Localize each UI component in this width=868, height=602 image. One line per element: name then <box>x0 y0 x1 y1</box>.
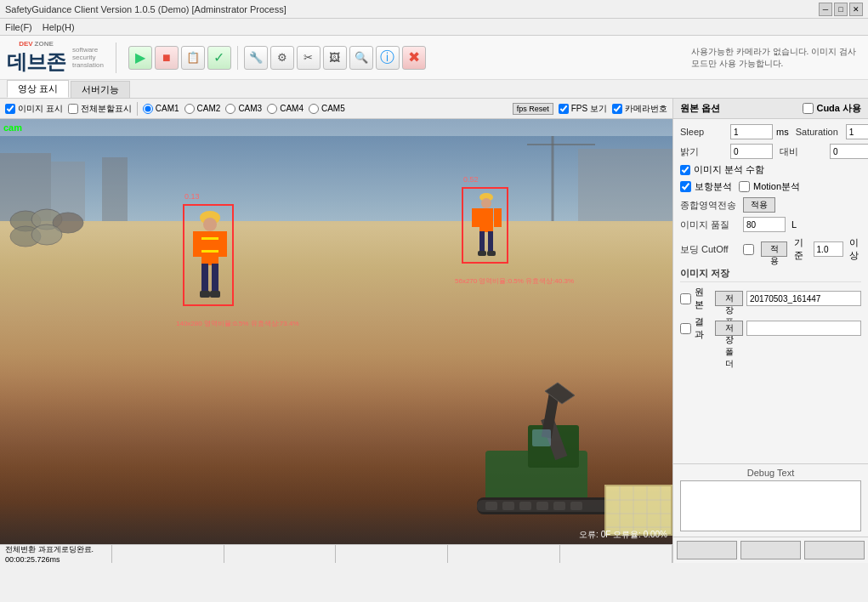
svg-rect-4 <box>578 149 672 221</box>
cbs-item-1: 전체변환 과표게로딩완료. 00:00:25.726ms <box>0 545 112 563</box>
rb-button-3[interactable] <box>804 541 865 559</box>
svg-rect-48 <box>479 208 493 232</box>
fps-view-checkbox[interactable] <box>559 104 569 114</box>
above-label: 이상 <box>849 236 861 262</box>
camera-image-area: 0.13 <box>0 119 672 544</box>
apply-button[interactable]: ✓ <box>207 46 231 70</box>
play-button[interactable]: ▶ <box>128 46 152 70</box>
svg-rect-25 <box>532 429 551 446</box>
image-btn[interactable]: 🖼 <box>323 46 347 70</box>
close-button[interactable]: ✕ <box>849 3 863 16</box>
result-folder-input[interactable] <box>746 321 861 336</box>
img-display-checkbox[interactable] <box>5 104 15 114</box>
all-display-check[interactable]: 전체분할표시 <box>68 103 132 115</box>
rb-button-1[interactable] <box>677 541 737 559</box>
original-folder-row: 원본 저장폴더 <box>680 286 861 311</box>
cam5-radio[interactable]: CAM5 <box>309 104 345 114</box>
info-btn[interactable]: ⓘ <box>376 46 400 70</box>
cam3-radio-input[interactable] <box>225 104 235 114</box>
settings-btn2[interactable]: ⚙ <box>270 46 294 70</box>
cam1-radio[interactable]: CAM1 <box>143 104 179 114</box>
brightness-contrast-row: 밝기 대비 <box>680 144 861 159</box>
cut-btn[interactable]: ✂ <box>297 46 321 70</box>
combined-row: 종합영역전송 적용 <box>680 197 861 213</box>
menu-file[interactable]: File(F) <box>5 22 32 32</box>
close-btn[interactable]: ✖ <box>402 46 426 70</box>
combined-apply-button[interactable]: 적용 <box>743 197 775 213</box>
cam5-radio-input[interactable] <box>309 104 319 114</box>
cuda-checkbox[interactable] <box>803 103 814 114</box>
motion-analysis-checkbox[interactable] <box>739 181 750 192</box>
stop-button[interactable]: ■ <box>155 46 179 70</box>
cam4-radio-input[interactable] <box>267 104 277 114</box>
detection-box-2: 0.52 56x270 영역비율:0.5% 유효색상:40.3% <box>462 187 508 264</box>
cuda-label: Cuda 사용 <box>816 102 861 115</box>
cutoff-label: 보딩 CutOff <box>680 243 740 256</box>
combined-analysis-checkbox[interactable] <box>680 181 691 192</box>
minimize-button[interactable]: ─ <box>819 3 832 16</box>
maximize-button[interactable]: □ <box>834 3 848 16</box>
svg-rect-49 <box>472 208 479 227</box>
zoom-icon: 🔍 <box>355 51 368 64</box>
svg-rect-22 <box>536 502 548 510</box>
cutoff-apply-button[interactable]: 적용 <box>761 241 787 257</box>
sleep-input[interactable] <box>730 124 773 139</box>
original-folder-input[interactable] <box>746 291 861 306</box>
result-folder-row: 결과 저장폴더 <box>680 315 861 341</box>
svg-rect-39 <box>218 231 227 257</box>
brand-sub3: translation <box>72 61 104 69</box>
settings-btn1[interactable]: 🔧 <box>244 46 268 70</box>
svg-rect-54 <box>487 251 496 256</box>
cam2-radio-input[interactable] <box>184 104 195 114</box>
img-analysis-label: 이미지 분석 수함 <box>694 163 764 176</box>
right-panel-body: Sleep ms Saturation 밝기 대비 이미지 분석 수함 <box>673 119 868 463</box>
rb-button-2[interactable] <box>740 541 801 559</box>
tab-server-function[interactable]: 서버기능 <box>71 81 130 98</box>
svg-rect-44 <box>201 237 218 240</box>
cuda-check-row: Cuda 사용 <box>803 102 861 115</box>
brand-sub2: security <box>72 54 104 61</box>
cam4-radio[interactable]: CAM4 <box>267 104 304 114</box>
basis-input[interactable] <box>814 241 843 257</box>
cbs-item-3 <box>224 545 337 563</box>
result-checkbox[interactable] <box>680 323 691 334</box>
brightness-input[interactable] <box>730 144 773 159</box>
record-button[interactable]: 📋 <box>181 46 205 70</box>
img-analysis-checkbox[interactable] <box>680 165 690 175</box>
fps-view-check[interactable]: FPS 보기 <box>559 103 607 115</box>
settings-icon1: 🔧 <box>249 51 263 64</box>
cam1-radio-input[interactable] <box>143 104 153 114</box>
cam-num-check[interactable]: 카메라번호 <box>612 103 667 115</box>
fps-reset-button[interactable]: fps Reset <box>513 103 553 115</box>
dev-prefix: DEV <box>19 40 32 48</box>
svg-point-11 <box>31 224 62 245</box>
camera-label-overlay: cam <box>3 122 22 133</box>
original-label: 원본 <box>695 286 712 311</box>
brand-toolbar-bar: DEV ZONE 데브존 software security translati… <box>0 36 868 80</box>
result-folder-button[interactable]: 저장폴더 <box>715 321 743 336</box>
svg-rect-23 <box>553 502 565 510</box>
original-checkbox[interactable] <box>680 293 691 304</box>
img-quality-row: 이미지 품질 L <box>680 217 861 232</box>
info-icon: ⓘ <box>380 48 394 67</box>
cam3-radio[interactable]: CAM3 <box>225 104 262 114</box>
saturation-input[interactable] <box>846 124 868 139</box>
all-display-checkbox[interactable] <box>68 104 78 114</box>
original-folder-button[interactable]: 저장폴더 <box>715 291 743 306</box>
debug-label: Debug Text <box>680 468 861 478</box>
right-bottom-buttons <box>673 537 868 563</box>
img-quality-input[interactable] <box>743 217 786 232</box>
tab-video-display[interactable]: 영상 표시 <box>7 80 69 98</box>
contrast-input[interactable] <box>830 144 868 159</box>
img-display-check[interactable]: 이미지 표시 <box>5 103 63 115</box>
cam-num-checkbox[interactable] <box>612 104 622 114</box>
main-area: 이미지 표시 전체분할표시 CAM1 CAM2 CAM3 CAM4 <box>0 99 868 563</box>
cam2-radio[interactable]: CAM2 <box>184 104 221 114</box>
debug-textarea[interactable] <box>680 480 861 531</box>
zoom-btn[interactable]: 🔍 <box>349 46 373 70</box>
menu-help[interactable]: Help(H) <box>43 22 75 32</box>
cutoff-checkbox[interactable] <box>743 244 754 255</box>
camera-status-overlay: 오류: 0F 오류율: 0.00% <box>579 529 667 541</box>
svg-rect-21 <box>519 502 531 510</box>
image-icon: 🖼 <box>329 51 340 64</box>
